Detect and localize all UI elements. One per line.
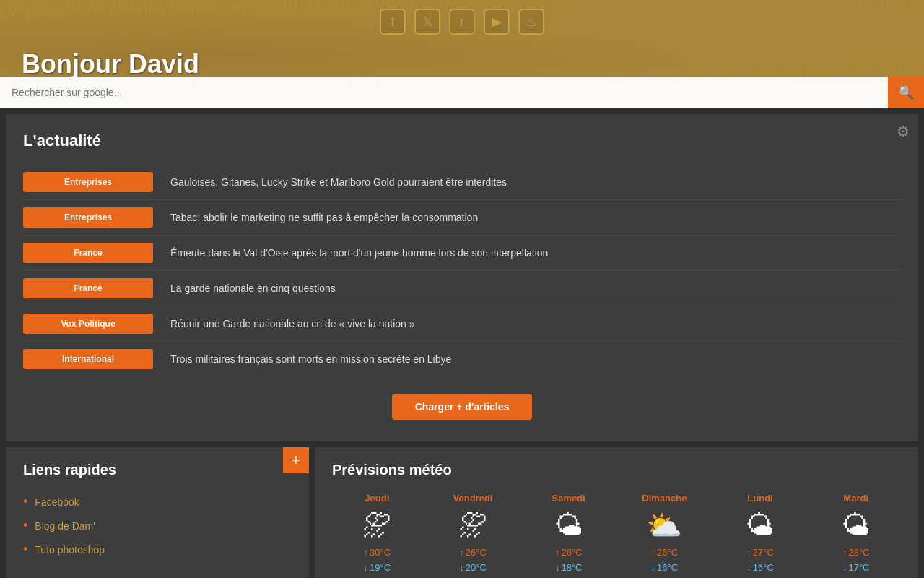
day-label: Vendredi xyxy=(453,493,493,504)
weather-icon: ⛈ xyxy=(362,511,391,540)
settings-icon[interactable]: ⚙ xyxy=(897,123,910,140)
news-text: Tabac: abolir le marketing ne suffit pas… xyxy=(170,212,901,223)
news-item: Vox Politique Réunir une Garde nationale… xyxy=(23,306,901,342)
weather-icon: 🌤 xyxy=(842,511,871,540)
news-tag[interactable]: France xyxy=(23,243,153,263)
news-tag[interactable]: Entreprises xyxy=(23,207,153,228)
header: f 𝕏 r ▶ ♨ Bonjour David 🔍 xyxy=(0,0,924,108)
quick-link[interactable]: Facebook xyxy=(35,496,79,508)
weather-icon: 🌤 xyxy=(746,511,775,540)
news-text: Réunir une Garde nationale au cri de « v… xyxy=(170,318,901,329)
temp-high: 27°C xyxy=(746,547,774,558)
list-item: Tuto photoshop xyxy=(23,538,292,561)
news-text: Gauloises, Gitanes, Lucky Strike et Marl… xyxy=(170,176,901,188)
add-link-button[interactable]: + xyxy=(283,447,309,473)
temp-high: 28°C xyxy=(842,547,870,558)
temp-low: 20°C xyxy=(459,562,487,573)
weather-day: Jeudi ⛈ 30°C 19°C xyxy=(332,493,422,573)
search-bar: 🔍 xyxy=(0,77,924,108)
news-tag[interactable]: France xyxy=(23,278,153,298)
news-list: Entreprises Gauloises, Gitanes, Lucky St… xyxy=(23,165,901,376)
search-button[interactable]: 🔍 xyxy=(888,77,924,108)
social-icons-bar: f 𝕏 r ▶ ♨ xyxy=(380,9,544,35)
links-list: FacebookBlog de Dam'Tuto photoshop xyxy=(23,490,292,561)
temp-high: 26°C xyxy=(555,547,583,558)
list-item: Facebook xyxy=(23,490,292,514)
list-item: Blog de Dam' xyxy=(23,514,292,538)
day-label: Jeudi xyxy=(365,493,389,504)
page-title: Bonjour David xyxy=(22,49,199,79)
weather-day: Mardi 🌤 28°C 17°C xyxy=(811,493,901,573)
news-tag[interactable]: Vox Politique xyxy=(23,314,153,334)
links-section: + Liens rapides FacebookBlog de Dam'Tuto… xyxy=(6,447,309,578)
news-section-title: L'actualité xyxy=(23,131,901,150)
search-input[interactable] xyxy=(0,77,888,108)
news-tag[interactable]: International xyxy=(23,349,153,369)
temp-low: 19°C xyxy=(364,562,391,573)
weather-icon: 🌤 xyxy=(554,511,583,540)
news-item: France Émeute dans le Val d'Oise après l… xyxy=(23,236,901,271)
temp-low: 16°C xyxy=(651,562,679,573)
weather-days: Jeudi ⛈ 30°C 19°C Vendredi ⛈ 26°C 20°C S… xyxy=(332,493,901,573)
weather-day: Lundi 🌤 27°C 16°C xyxy=(715,493,806,573)
news-tag[interactable]: Entreprises xyxy=(23,172,153,192)
news-item: Entreprises Tabac: abolir le marketing n… xyxy=(23,200,901,236)
news-text: Émeute dans le Val d'Oise après la mort … xyxy=(170,247,901,259)
youtube-icon[interactable]: ▶ xyxy=(484,9,510,35)
links-section-title: Liens rapides xyxy=(23,462,292,478)
weather-day: Dimanche ⛅ 26°C 16°C xyxy=(619,493,710,573)
temp-high: 26°C xyxy=(459,547,487,558)
news-item: France La garde nationale en cinq questi… xyxy=(23,271,901,306)
temp-low: 17°C xyxy=(842,562,870,573)
temp-high: 30°C xyxy=(364,547,391,558)
temp-low: 18°C xyxy=(555,562,583,573)
weather-icon: ⛅ xyxy=(646,511,682,540)
weather-section: Prévisions météo Jeudi ⛈ 30°C 19°C Vendr… xyxy=(315,447,918,578)
weather-day: Samedi 🌤 26°C 18°C xyxy=(523,493,614,573)
day-label: Dimanche xyxy=(642,493,687,504)
day-label: Mardi xyxy=(843,493,868,504)
news-text: La garde nationale en cinq questions xyxy=(170,282,901,294)
temp-high: 26°C xyxy=(651,547,679,558)
day-label: Samedi xyxy=(552,493,585,504)
temp-low: 16°C xyxy=(746,562,774,573)
facebook-icon[interactable]: f xyxy=(380,9,406,35)
bottom-row: + Liens rapides FacebookBlog de Dam'Tuto… xyxy=(6,447,918,578)
load-more-button[interactable]: Charger + d'articles xyxy=(392,394,533,420)
quick-link[interactable]: Blog de Dam' xyxy=(35,520,95,532)
quick-link[interactable]: Tuto photoshop xyxy=(35,544,105,556)
reddit-icon[interactable]: r xyxy=(449,9,475,35)
news-item: Entreprises Gauloises, Gitanes, Lucky St… xyxy=(23,165,901,200)
day-label: Lundi xyxy=(747,493,772,504)
weather-day: Vendredi ⛈ 26°C 20°C xyxy=(428,493,518,573)
news-text: Trois militaires français sont morts en … xyxy=(170,353,901,365)
weather-section-title: Prévisions météo xyxy=(332,462,901,478)
news-item: International Trois militaires français … xyxy=(23,342,901,376)
twitter-icon[interactable]: 𝕏 xyxy=(414,9,440,35)
weather-icon: ⛈ xyxy=(458,511,487,540)
steam-icon[interactable]: ♨ xyxy=(518,9,544,35)
news-section: ⚙ L'actualité Entreprises Gauloises, Git… xyxy=(6,114,918,441)
